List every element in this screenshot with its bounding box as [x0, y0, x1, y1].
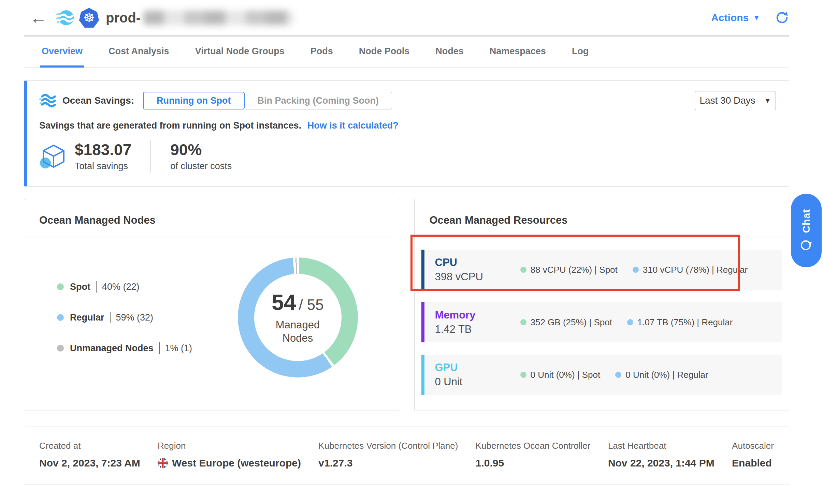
managed-nodes-count: 54	[272, 290, 296, 315]
region-column: Region West Europe (westeurope)	[158, 441, 301, 469]
legend-unmanaged-value: 1% (1)	[165, 343, 192, 354]
gpu-regular-metric: 0 Unit (0%) | Regular	[615, 370, 708, 380]
cluster-costs-percent: 90%	[170, 142, 232, 158]
managed-nodes-donut-chart: 54 / 55 ManagedNodes	[238, 257, 358, 377]
k8s-version-value: v1.27.3	[318, 457, 458, 469]
legend-separator	[159, 342, 160, 354]
region-label: Region	[158, 441, 301, 451]
cpu-spot-value: 88 vCPU (22%) | Spot	[531, 265, 618, 275]
back-arrow-icon[interactable]: ←	[30, 9, 47, 26]
memory-row: Memory 1.42 TB 352 GB (25%) | Spot 1.07 …	[421, 302, 782, 342]
memory-total: 1.42 TB	[435, 323, 520, 336]
tab-node-pools[interactable]: Node Pools	[358, 36, 411, 68]
gpu-spot-value: 0 Unit (0%) | Spot	[531, 370, 601, 380]
spot-dot-icon	[57, 283, 64, 290]
period-dropdown-value: Last 30 Days	[699, 95, 755, 106]
cpu-spot-metric: 88 vCPU (22%) | Spot	[520, 265, 618, 275]
tab-bar: Overview Cost Analysis Virtual Node Grou…	[24, 36, 789, 68]
bin-packing-toggle[interactable]: Bin Packing (Coming Soon)	[245, 92, 392, 109]
legend-spot-value: 40% (22)	[102, 282, 140, 292]
wave-icon	[39, 93, 58, 108]
cpu-regular-metric: 310 vCPU (78%) | Regular	[633, 265, 748, 275]
actions-button[interactable]: Actions ▼	[711, 12, 760, 24]
memory-label: Memory	[435, 309, 520, 321]
stat-divider	[150, 140, 151, 173]
regular-dot-icon	[633, 267, 639, 273]
header: ← ☸ prod- Actions ▼	[0, 0, 823, 35]
total-savings-block: $183.07 Total savings	[75, 142, 131, 171]
created-at-column: Created at Nov 2, 2023, 7:23 AM	[39, 441, 140, 469]
ocean-managed-nodes-card: Ocean Managed Nodes Spot 40% (22) Regula…	[24, 199, 399, 411]
nodes-card-title: Ocean Managed Nodes	[24, 199, 399, 226]
unmanaged-dot-icon	[57, 345, 64, 352]
tab-virtual-node-groups[interactable]: Virtual Node Groups	[194, 36, 286, 68]
cluster-info-footer: Created at Nov 2, 2023, 7:23 AM Region W…	[24, 427, 789, 485]
running-on-spot-toggle[interactable]: Running on Spot	[143, 92, 244, 109]
memory-spot-metric: 352 GB (25%) | Spot	[520, 317, 612, 328]
page-title: prod-	[106, 10, 293, 26]
regular-dot-icon	[57, 314, 64, 321]
cpu-total: 398 vCPU	[435, 271, 520, 283]
tab-pods[interactable]: Pods	[309, 36, 334, 68]
tab-namespaces[interactable]: Namespaces	[488, 36, 547, 68]
gpu-row: GPU 0 Unit 0 Unit (0%) | Spot 0 Unit (0%…	[421, 355, 782, 395]
total-savings-value: $183.07	[75, 142, 131, 158]
legend-spot-label: Spot	[70, 282, 90, 292]
tab-log[interactable]: Log	[571, 36, 590, 68]
ocean-logo-icon	[56, 9, 74, 27]
legend-item-regular: Regular 59% (32)	[57, 312, 192, 323]
gpu-accent-bar	[421, 355, 424, 395]
how-calculated-link[interactable]: How is it calculated?	[307, 120, 399, 131]
region-value: West Europe (westeurope)	[158, 457, 301, 469]
cpu-label: CPU	[435, 256, 520, 269]
memory-regular-metric: 1.07 TB (75%) | Regular	[627, 317, 733, 328]
spot-dot-icon	[520, 319, 526, 325]
legend-item-unmanaged: Unmanaged Nodes 1% (1)	[57, 342, 192, 354]
tab-nodes[interactable]: Nodes	[434, 36, 465, 68]
cpu-row: CPU 398 vCPU 88 vCPU (22%) | Spot 310 vC…	[421, 250, 782, 290]
last-heartbeat-column: Last Heartbeat Nov 22, 2023, 1:44 PM	[608, 441, 714, 469]
tab-cost-analysis[interactable]: Cost Analysis	[107, 36, 171, 68]
ocean-managed-resources-card: Ocean Managed Resources CPU 398 vCPU 88 …	[414, 199, 790, 411]
ocean-controller-label: Kubernetes Ocean Controller	[476, 441, 591, 451]
total-savings-label: Total savings	[75, 161, 131, 172]
cpu-regular-value: 310 vCPU (78%) | Regular	[643, 265, 748, 275]
spot-dot-icon	[520, 372, 526, 378]
chat-button[interactable]: Chat	[791, 194, 822, 267]
regular-dot-icon	[615, 372, 621, 378]
chevron-down-icon: ▼	[753, 13, 760, 22]
memory-accent-bar	[421, 302, 424, 342]
chat-bubble-icon	[799, 238, 813, 252]
memory-spot-value: 352 GB (25%) | Spot	[531, 317, 612, 328]
refresh-icon[interactable]	[775, 11, 789, 25]
managed-nodes-total: / 55	[299, 296, 323, 313]
legend-item-spot: Spot 40% (22)	[57, 281, 192, 293]
gpu-total: 0 Unit	[435, 376, 520, 388]
created-at-value: Nov 2, 2023, 7:23 AM	[39, 457, 140, 469]
legend-separator	[96, 281, 97, 293]
savings-description: Savings that are generated from running …	[39, 120, 776, 131]
gpu-label: GPU	[435, 361, 520, 374]
legend-separator	[110, 312, 111, 323]
region-text: West Europe (westeurope)	[172, 457, 301, 469]
memory-regular-value: 1.07 TB (75%) | Regular	[637, 317, 733, 328]
tab-overview[interactable]: Overview	[40, 36, 84, 68]
cluster-name-prefix: prod-	[106, 10, 141, 26]
cluster-name-redacted	[143, 11, 293, 25]
autoscaler-label: Autoscaler	[732, 441, 774, 451]
ocean-controller-value: 1.0.95	[476, 457, 591, 469]
ocean-savings-banner: Ocean Savings: Running on Spot Bin Packi…	[24, 80, 789, 187]
period-dropdown[interactable]: Last 30 Days ▼	[695, 91, 776, 110]
created-at-label: Created at	[39, 441, 140, 451]
spot-dot-icon	[520, 267, 526, 273]
ocean-savings-label: Ocean Savings:	[62, 95, 134, 106]
autoscaler-column: Autoscaler Enabled	[732, 441, 774, 469]
chevron-down-icon: ▼	[764, 97, 771, 105]
actions-label: Actions	[711, 12, 749, 24]
legend-regular-label: Regular	[70, 312, 104, 323]
last-heartbeat-label: Last Heartbeat	[608, 441, 714, 451]
chat-label: Chat	[800, 209, 812, 233]
autoscaler-value: Enabled	[732, 457, 774, 469]
legend-unmanaged-label: Unmanaged Nodes	[70, 343, 154, 354]
cube-icon	[39, 143, 68, 171]
